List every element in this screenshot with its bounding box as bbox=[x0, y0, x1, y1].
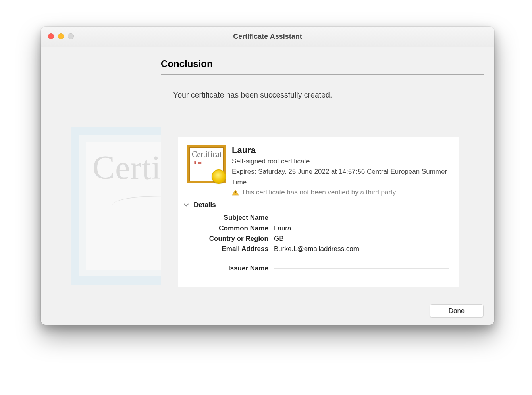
result-box: Your certificate has been successfully c… bbox=[161, 74, 484, 296]
details-disclosure[interactable]: Details bbox=[178, 199, 459, 212]
success-message: Your certificate has been successfully c… bbox=[173, 90, 332, 100]
chevron-down-icon bbox=[183, 201, 190, 209]
done-button-label: Done bbox=[449, 307, 465, 315]
subject-name-header: Subject Name bbox=[187, 212, 268, 223]
certificate-info: Laura Self-signed root certificate Expir… bbox=[232, 145, 449, 196]
field-country: Country or Region GB bbox=[187, 234, 449, 244]
certificate-type: Self-signed root certificate bbox=[232, 156, 449, 167]
field-value: Burke.L@emailaddress.com bbox=[274, 245, 449, 253]
close-window-button[interactable] bbox=[48, 33, 54, 39]
done-button[interactable]: Done bbox=[430, 304, 484, 318]
page-heading: Conclusion bbox=[161, 58, 213, 69]
details-label: Details bbox=[194, 201, 216, 209]
field-value: GB bbox=[274, 235, 449, 243]
traffic-lights bbox=[48, 33, 74, 39]
divider bbox=[274, 218, 449, 218]
certificate-icon: Certificate Root bbox=[187, 145, 226, 183]
warning-triangle-icon bbox=[232, 189, 239, 196]
field-label: Country or Region bbox=[187, 235, 268, 243]
content-area: Conclusion Certific Your certificate has… bbox=[41, 47, 494, 325]
certificate-assistant-window: Certificate Assistant Conclusion Certifi… bbox=[41, 27, 494, 325]
field-label: Common Name bbox=[187, 224, 268, 232]
field-common-name: Common Name Laura bbox=[187, 223, 449, 234]
certificate-expiry: Expires: Saturday, 25 June 2022 at 14:57… bbox=[232, 167, 449, 188]
cert-icon-divider bbox=[193, 167, 220, 167]
field-value: Laura bbox=[274, 224, 449, 232]
minimize-window-button[interactable] bbox=[58, 33, 64, 39]
certificate-name: Laura bbox=[232, 145, 449, 155]
cert-icon-root: Root bbox=[193, 160, 202, 166]
certificate-warning-text: This certificate has not been verified b… bbox=[241, 188, 396, 196]
certificate-warning-row: This certificate has not been verified b… bbox=[232, 188, 449, 196]
field-label: Email Address bbox=[187, 245, 268, 253]
certificate-header: Certificate Root Laura Self-signed root … bbox=[178, 137, 459, 199]
window-title: Certificate Assistant bbox=[233, 33, 302, 41]
zoom-window-button bbox=[68, 33, 74, 39]
titlebar: Certificate Assistant bbox=[41, 27, 494, 47]
cert-icon-script: Certificate bbox=[192, 150, 221, 158]
field-email: Email Address Burke.L@emailaddress.com bbox=[187, 244, 449, 254]
svg-rect-0 bbox=[235, 191, 236, 193]
svg-point-1 bbox=[235, 194, 236, 194]
cert-icon-seal bbox=[212, 169, 226, 184]
certificate-details-panel: Certificate Root Laura Self-signed root … bbox=[178, 137, 459, 287]
issuer-name-section: Issuer Name bbox=[178, 263, 459, 276]
subject-name-section: Subject Name Common Name Laura Country o… bbox=[178, 212, 459, 256]
issuer-name-header: Issuer Name bbox=[187, 263, 268, 274]
divider bbox=[274, 268, 449, 269]
